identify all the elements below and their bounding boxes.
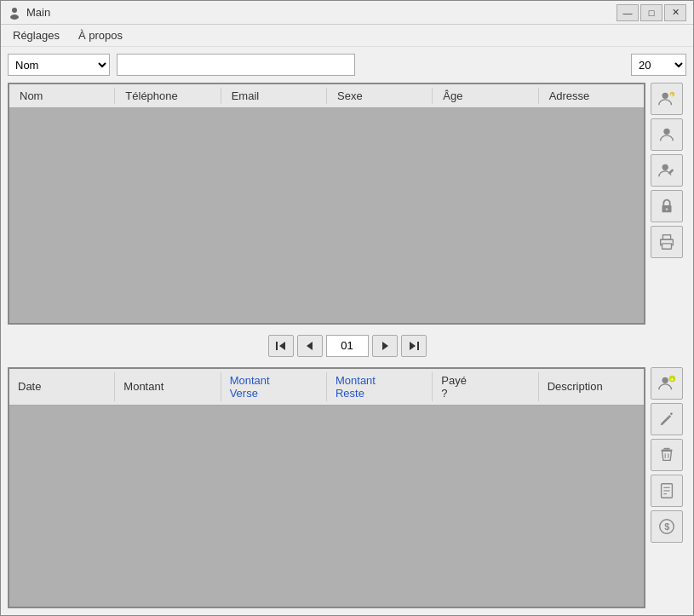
- svg-text:$: $: [664, 521, 669, 532]
- contacts-table-body: [9, 108, 644, 323]
- col-age: Âge: [433, 88, 538, 104]
- menu-apropos[interactable]: À propos: [70, 26, 131, 44]
- edit-user-icon: [657, 161, 676, 180]
- svg-marker-13: [307, 342, 313, 350]
- receipt-icon: [657, 481, 676, 500]
- window-title: Main: [26, 6, 50, 19]
- prev-page-button[interactable]: [297, 335, 323, 357]
- col-email: Email: [221, 88, 327, 104]
- col-paye: Payé?: [433, 372, 538, 401]
- side-buttons-bottom: +: [651, 367, 686, 609]
- col-date: Date: [9, 372, 115, 401]
- col-description: Description: [539, 372, 644, 401]
- svg-point-1: [10, 14, 19, 20]
- add-payment-icon: +: [657, 374, 676, 393]
- add-user-icon: +: [657, 89, 676, 108]
- col-montant-reste: MontantReste: [327, 372, 433, 401]
- minimize-button[interactable]: —: [617, 4, 639, 21]
- print-button[interactable]: [651, 226, 683, 258]
- page-input[interactable]: [326, 335, 369, 357]
- window-icon: [8, 6, 21, 20]
- side-buttons-top: +: [651, 83, 686, 325]
- prev-page-icon: [304, 340, 316, 352]
- contacts-table: Nom Téléphone Email Sexe Âge Adresse: [8, 83, 645, 325]
- svg-marker-14: [382, 342, 388, 350]
- menu-bar: Réglages À propos: [1, 25, 693, 47]
- edit-user-button[interactable]: [651, 154, 683, 187]
- svg-point-17: [662, 377, 668, 383]
- main-window: Main — □ ✕ Réglages À propos Nom Télépho…: [0, 0, 694, 616]
- view-user-button[interactable]: [651, 118, 683, 151]
- print-icon: [657, 233, 676, 251]
- contacts-table-header: Nom Téléphone Email Sexe Âge Adresse: [9, 84, 644, 108]
- delete-payment-icon: [657, 446, 676, 464]
- lock-button[interactable]: [651, 190, 683, 222]
- title-bar-left: Main: [8, 6, 50, 20]
- svg-point-8: [666, 208, 668, 210]
- svg-point-5: [663, 129, 669, 135]
- col-telephone: Téléphone: [115, 88, 221, 104]
- svg-rect-20: [663, 447, 669, 449]
- payments-section: Date Montant MontantVerse MontantReste P…: [8, 367, 686, 609]
- money-icon: $: [657, 517, 676, 536]
- money-button[interactable]: $: [651, 510, 683, 543]
- col-sexe: Sexe: [327, 88, 433, 104]
- svg-rect-9: [662, 244, 672, 249]
- next-page-icon: [379, 340, 391, 352]
- col-montant-verse: MontantVerse: [221, 372, 327, 401]
- close-button[interactable]: ✕: [664, 4, 686, 21]
- delete-payment-button[interactable]: [651, 439, 683, 471]
- toolbar-row: Nom Téléphone Email Sexe Âge Adresse 10 …: [8, 54, 686, 76]
- contacts-section: Nom Téléphone Email Sexe Âge Adresse +: [8, 83, 686, 325]
- svg-text:+: +: [670, 92, 673, 97]
- svg-point-0: [12, 8, 17, 13]
- receipt-button[interactable]: [651, 475, 683, 507]
- view-user-icon: [657, 125, 676, 144]
- col-nom: Nom: [9, 88, 115, 104]
- search-input[interactable]: [117, 54, 355, 76]
- col-adresse: Adresse: [539, 88, 644, 104]
- edit-payment-icon: [657, 410, 676, 429]
- col-montant: Montant: [115, 372, 221, 401]
- add-user-button[interactable]: +: [651, 83, 683, 115]
- svg-text:+: +: [670, 376, 674, 382]
- edit-payment-button[interactable]: [651, 403, 683, 435]
- lock-icon: [657, 197, 676, 216]
- svg-marker-16: [410, 342, 416, 350]
- next-page-button[interactable]: [372, 335, 398, 357]
- svg-marker-12: [279, 342, 285, 350]
- main-content: Nom Téléphone Email Sexe Âge Adresse 10 …: [1, 47, 693, 615]
- last-page-button[interactable]: [401, 335, 427, 357]
- add-payment-button[interactable]: +: [651, 367, 683, 400]
- payments-table-header: Date Montant MontantVerse MontantReste P…: [9, 369, 644, 406]
- svg-rect-10: [662, 235, 670, 240]
- payments-table-body: [9, 406, 644, 607]
- first-page-button[interactable]: [268, 335, 294, 357]
- last-page-icon: [408, 340, 420, 352]
- search-select[interactable]: Nom Téléphone Email Sexe Âge Adresse: [8, 54, 110, 76]
- svg-point-2: [662, 93, 668, 99]
- payments-table: Date Montant MontantVerse MontantReste P…: [8, 367, 645, 609]
- menu-reglages[interactable]: Réglages: [4, 26, 68, 44]
- maximize-button[interactable]: □: [640, 4, 662, 21]
- first-page-icon: [275, 340, 287, 352]
- pagination-row: [8, 331, 686, 360]
- title-bar: Main — □ ✕: [1, 1, 693, 25]
- limit-select[interactable]: 10 20 50 100: [631, 54, 686, 76]
- svg-point-6: [662, 164, 668, 170]
- title-bar-buttons: — □ ✕: [617, 4, 686, 21]
